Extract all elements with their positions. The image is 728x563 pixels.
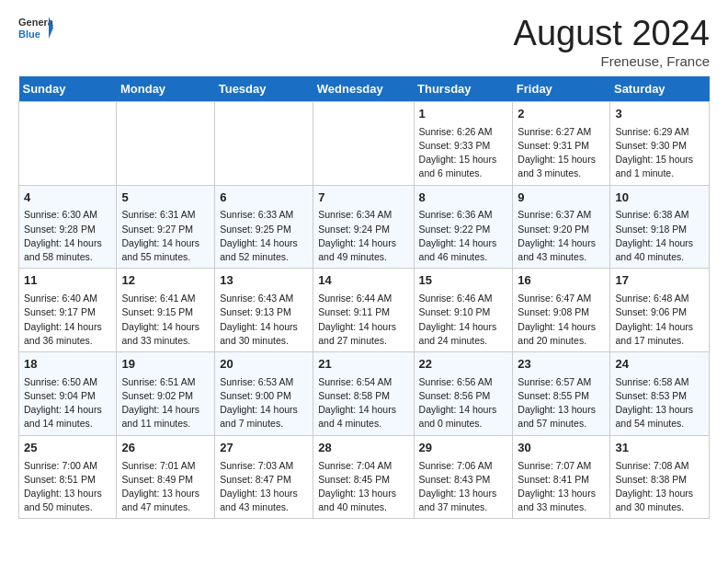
day-number: 15 [419,272,508,290]
calendar-cell: 3Sunrise: 6:29 AM Sunset: 9:30 PM Daylig… [610,101,710,185]
calendar-cell: 9Sunrise: 6:37 AM Sunset: 9:20 PM Daylig… [513,185,610,269]
day-number: 21 [318,356,408,373]
svg-text:Blue: Blue [18,29,40,40]
day-number: 9 [518,190,605,207]
day-info: Sunrise: 6:43 AM Sunset: 9:13 PM Dayligh… [220,292,308,348]
calendar-cell: 31Sunrise: 7:08 AM Sunset: 8:38 PM Dayli… [610,435,710,519]
calendar-cell [117,101,215,185]
logo-svg: General Blue [18,15,53,40]
logo: General Blue [18,15,53,40]
calendar-cell: 24Sunrise: 6:58 AM Sunset: 8:53 PM Dayli… [610,351,710,435]
calendar-cell: 1Sunrise: 6:26 AM Sunset: 9:33 PM Daylig… [414,101,513,185]
calendar-cell: 12Sunrise: 6:41 AM Sunset: 9:15 PM Dayli… [117,269,215,352]
calendar-table: SundayMondayTuesdayWednesdayThursdayFrid… [18,76,710,520]
day-info: Sunrise: 6:56 AM Sunset: 8:56 PM Dayligh… [419,375,508,431]
day-info: Sunrise: 6:38 AM Sunset: 9:18 PM Dayligh… [615,208,704,264]
day-info: Sunrise: 6:50 AM Sunset: 9:04 PM Dayligh… [24,375,111,431]
day-number: 28 [318,440,408,457]
day-number: 3 [615,106,704,123]
day-number: 23 [518,356,605,373]
calendar-cell: 26Sunrise: 7:01 AM Sunset: 8:49 PM Dayli… [117,435,215,519]
day-info: Sunrise: 6:27 AM Sunset: 9:31 PM Dayligh… [518,125,605,181]
calendar-cell: 18Sunrise: 6:50 AM Sunset: 9:04 PM Dayli… [19,351,117,435]
day-info: Sunrise: 6:53 AM Sunset: 9:00 PM Dayligh… [220,375,308,431]
calendar-cell [19,101,117,185]
day-number: 13 [220,272,308,290]
day-info: Sunrise: 6:40 AM Sunset: 9:17 PM Dayligh… [24,292,111,348]
calendar-cell [313,101,414,185]
day-info: Sunrise: 7:00 AM Sunset: 8:51 PM Dayligh… [24,459,111,515]
page-header: General Blue August 2024 Freneuse, Franc… [18,15,710,69]
weekday-header-wednesday: Wednesday [313,76,414,102]
location-subtitle: Freneuse, France [514,53,710,69]
day-info: Sunrise: 6:57 AM Sunset: 8:55 PM Dayligh… [518,375,605,431]
day-info: Sunrise: 7:08 AM Sunset: 8:38 PM Dayligh… [615,459,704,515]
day-number: 11 [24,272,111,290]
day-number: 22 [419,356,508,373]
day-number: 2 [518,106,605,123]
day-number: 20 [220,356,308,373]
day-info: Sunrise: 6:54 AM Sunset: 8:58 PM Dayligh… [318,375,408,431]
calendar-cell: 17Sunrise: 6:48 AM Sunset: 9:06 PM Dayli… [610,269,710,352]
calendar-week-4: 18Sunrise: 6:50 AM Sunset: 9:04 PM Dayli… [19,351,710,435]
day-info: Sunrise: 6:36 AM Sunset: 9:22 PM Dayligh… [419,208,508,264]
day-info: Sunrise: 6:58 AM Sunset: 8:53 PM Dayligh… [615,375,704,431]
day-number: 29 [419,440,508,457]
calendar-cell: 16Sunrise: 6:47 AM Sunset: 9:08 PM Dayli… [513,269,610,352]
day-number: 6 [220,190,308,207]
day-info: Sunrise: 6:41 AM Sunset: 9:15 PM Dayligh… [121,292,210,348]
calendar-cell: 15Sunrise: 6:46 AM Sunset: 9:10 PM Dayli… [414,269,513,352]
day-info: Sunrise: 6:47 AM Sunset: 9:08 PM Dayligh… [518,292,605,348]
day-info: Sunrise: 7:04 AM Sunset: 8:45 PM Dayligh… [318,459,408,515]
weekday-header-sunday: Sunday [19,76,117,102]
day-number: 8 [419,190,508,207]
weekday-header-row: SundayMondayTuesdayWednesdayThursdayFrid… [19,76,710,102]
calendar-cell: 7Sunrise: 6:34 AM Sunset: 9:24 PM Daylig… [313,185,414,269]
day-info: Sunrise: 6:33 AM Sunset: 9:25 PM Dayligh… [220,208,308,264]
calendar-week-2: 4Sunrise: 6:30 AM Sunset: 9:28 PM Daylig… [19,185,710,269]
weekday-header-friday: Friday [513,76,610,102]
calendar-cell: 23Sunrise: 6:57 AM Sunset: 8:55 PM Dayli… [513,351,610,435]
calendar-cell: 30Sunrise: 7:07 AM Sunset: 8:41 PM Dayli… [513,435,610,519]
calendar-cell: 5Sunrise: 6:31 AM Sunset: 9:27 PM Daylig… [117,185,215,269]
day-info: Sunrise: 6:37 AM Sunset: 9:20 PM Dayligh… [518,208,605,264]
day-info: Sunrise: 6:29 AM Sunset: 9:30 PM Dayligh… [615,125,704,181]
calendar-week-1: 1Sunrise: 6:26 AM Sunset: 9:33 PM Daylig… [19,101,710,185]
calendar-cell: 6Sunrise: 6:33 AM Sunset: 9:25 PM Daylig… [215,185,313,269]
day-number: 5 [121,190,210,207]
day-info: Sunrise: 7:01 AM Sunset: 8:49 PM Dayligh… [121,459,210,515]
day-info: Sunrise: 6:34 AM Sunset: 9:24 PM Dayligh… [318,208,408,264]
day-number: 17 [615,272,704,290]
day-info: Sunrise: 6:44 AM Sunset: 9:11 PM Dayligh… [318,292,408,348]
calendar-cell: 11Sunrise: 6:40 AM Sunset: 9:17 PM Dayli… [19,269,117,352]
day-number: 14 [318,272,408,290]
day-number: 30 [518,440,605,457]
calendar-cell: 27Sunrise: 7:03 AM Sunset: 8:47 PM Dayli… [215,435,313,519]
day-info: Sunrise: 7:07 AM Sunset: 8:41 PM Dayligh… [518,459,605,515]
title-block: August 2024 Freneuse, France [514,15,710,69]
day-number: 26 [121,440,210,457]
svg-text:General: General [18,17,53,28]
calendar-cell: 28Sunrise: 7:04 AM Sunset: 8:45 PM Dayli… [313,435,414,519]
day-number: 10 [615,190,704,207]
day-info: Sunrise: 6:51 AM Sunset: 9:02 PM Dayligh… [121,375,210,431]
calendar-cell: 21Sunrise: 6:54 AM Sunset: 8:58 PM Dayli… [313,351,414,435]
calendar-cell: 4Sunrise: 6:30 AM Sunset: 9:28 PM Daylig… [19,185,117,269]
day-number: 16 [518,272,605,290]
weekday-header-saturday: Saturday [610,76,710,102]
calendar-cell: 10Sunrise: 6:38 AM Sunset: 9:18 PM Dayli… [610,185,710,269]
month-year-title: August 2024 [514,15,710,53]
calendar-cell: 2Sunrise: 6:27 AM Sunset: 9:31 PM Daylig… [513,101,610,185]
day-info: Sunrise: 7:06 AM Sunset: 8:43 PM Dayligh… [419,459,508,515]
calendar-cell: 20Sunrise: 6:53 AM Sunset: 9:00 PM Dayli… [215,351,313,435]
day-number: 12 [121,272,210,290]
calendar-week-5: 25Sunrise: 7:00 AM Sunset: 8:51 PM Dayli… [19,435,710,519]
day-number: 31 [615,440,704,457]
calendar-cell: 8Sunrise: 6:36 AM Sunset: 9:22 PM Daylig… [414,185,513,269]
weekday-header-tuesday: Tuesday [215,76,313,102]
day-number: 7 [318,190,408,207]
day-info: Sunrise: 6:26 AM Sunset: 9:33 PM Dayligh… [419,125,508,181]
calendar-cell: 22Sunrise: 6:56 AM Sunset: 8:56 PM Dayli… [414,351,513,435]
weekday-header-thursday: Thursday [414,76,513,102]
day-info: Sunrise: 6:30 AM Sunset: 9:28 PM Dayligh… [24,208,111,264]
